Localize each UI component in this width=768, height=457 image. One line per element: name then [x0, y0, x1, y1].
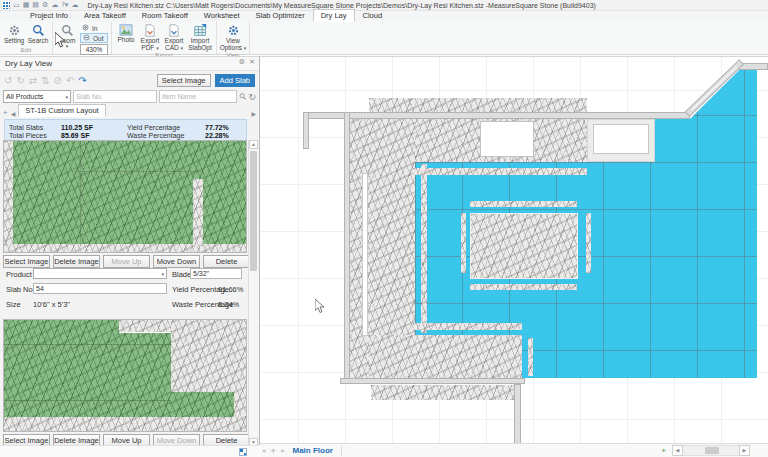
open-folder-icon[interactable]: ▦: [23, 2, 30, 9]
zoom-icon: [61, 24, 74, 37]
chevron-down-icon: ▾: [65, 95, 68, 99]
zoom-in-button[interactable]: In: [80, 24, 108, 32]
slab2-used-area-2: [171, 392, 234, 417]
add-slab-button[interactable]: Add Slab: [215, 74, 255, 87]
ban-icon[interactable]: ⊘: [54, 75, 62, 87]
layout-tab[interactable]: ST-1B Custom Layout: [18, 104, 105, 117]
product-filter-select[interactable]: All Products ▾: [3, 90, 71, 103]
panel-close-icon[interactable]: ✕: [249, 58, 255, 66]
island-edge-left: [461, 213, 466, 273]
tab-project-info[interactable]: Project Info: [22, 9, 76, 22]
horizontal-scrollbar-track[interactable]: [683, 445, 739, 456]
blade-width-input[interactable]: [190, 268, 242, 279]
horizontal-scrollbar[interactable]: + ◀ ▶: [661, 445, 750, 456]
slab-image-2[interactable]: [3, 319, 247, 432]
export-pdf-button[interactable]: Export PDF ▾: [139, 23, 161, 51]
select-image-button-top[interactable]: Select Image: [157, 74, 211, 87]
search-button[interactable]: Search: [27, 23, 49, 44]
export-cad-label-1: Export: [165, 37, 184, 44]
rotate-right-icon[interactable]: ↻: [16, 75, 24, 87]
slab-no-filter-input[interactable]: [73, 90, 157, 103]
yield-label: Yield Percentage: [127, 124, 205, 131]
island-slab[interactable]: [470, 213, 578, 279]
next-layout-icon[interactable]: ▶: [251, 110, 256, 117]
panel-bottom-strip: [0, 445, 259, 457]
wall-top-left-stub: [303, 112, 309, 149]
scroll-left-icon[interactable]: ◀: [672, 445, 683, 456]
sync-icon[interactable]: ☁: [51, 2, 58, 9]
horizontal-scrollbar-thumb[interactable]: [705, 447, 719, 454]
rotate-left-icon[interactable]: ↺: [4, 75, 12, 87]
zoom-plus-icon[interactable]: +: [661, 446, 666, 455]
floor-nav-first-icon[interactable]: «: [262, 447, 266, 455]
print-icon[interactable]: ⚙: [42, 2, 48, 9]
tab-worksheet[interactable]: Worksheet: [196, 9, 248, 22]
floor-tile-area-upper: [655, 119, 757, 162]
export-pdf-label-1: Export: [141, 37, 160, 44]
export-cad-button[interactable]: Export CAD ▾: [163, 23, 185, 51]
slab1-delete-button[interactable]: Delete: [203, 255, 250, 268]
refresh-icon[interactable]: ↻: [248, 91, 256, 103]
flip-vertical-icon[interactable]: ⇅: [41, 75, 49, 87]
slab1-move-down-button[interactable]: Move Down: [153, 255, 200, 268]
product-select[interactable]: ▾: [33, 268, 167, 279]
redo-icon[interactable]: ↷: [78, 75, 86, 87]
help-icon[interactable]: ?▾: [61, 2, 68, 9]
slab-no-input[interactable]: [33, 283, 167, 294]
waste-label: Waste Percentage: [127, 132, 205, 139]
cloud-icon[interactable]: ☁: [71, 2, 78, 9]
scroll-up-icon[interactable]: ▲: [249, 140, 258, 149]
floor-nav-next-icon[interactable]: »: [280, 447, 284, 455]
tab-cloud[interactable]: Cloud: [355, 9, 391, 22]
counter-bottom-run[interactable]: [369, 335, 522, 379]
ribbon-group-export: Photo Export PDF ▾ Export CAD ▾ Import S…: [112, 22, 217, 54]
slab1-move-up-button[interactable]: Move Up: [103, 255, 150, 268]
floor-add-icon[interactable]: +: [270, 447, 276, 455]
search-filter-icon[interactable]: [239, 92, 247, 101]
undo-icon[interactable]: ↶: [66, 75, 74, 87]
prev-layout-icon[interactable]: ◀: [11, 110, 16, 117]
new-file-icon[interactable]: ▭: [13, 2, 20, 9]
mouse-cursor-canvas: [315, 299, 326, 314]
import-slabopt-button[interactable]: Import SlabOpt: [187, 23, 213, 51]
panel-toolbar: ↺ ↻ ⇄ ⇅ ⊘ ↶ ↷ Select Image Add Slab: [0, 71, 259, 90]
flip-horizontal-icon[interactable]: ⇄: [29, 75, 37, 87]
waste-value: 22.28%: [205, 132, 242, 139]
counter-outside-band[interactable]: [371, 385, 520, 400]
slab1-select-image-button[interactable]: Select Image: [3, 255, 50, 268]
panel-grid-icon[interactable]: [239, 448, 247, 456]
tab-area-takeoff[interactable]: Area Takeoff: [76, 9, 134, 22]
ribbon-tab-bar: Project Info Area Takeoff Room Takeoff W…: [0, 11, 768, 22]
save-icon[interactable]: ▤: [32, 2, 39, 9]
tab-room-takeoff[interactable]: Room Takeoff: [134, 9, 196, 22]
tab-dry-lay[interactable]: Dry Lay: [313, 9, 355, 22]
application-window: ▭ ▦ ▤ ⚙ ☁ ?▾ ☁ Dry-Lay Resi Kitchen.stz …: [0, 0, 768, 457]
slab-no-label: Slab No.: [6, 285, 35, 294]
photo-button[interactable]: Photo: [115, 23, 137, 43]
ribbon-group-view: View Options ▾ View: [217, 22, 250, 54]
item-name-filter-input[interactable]: [159, 90, 237, 103]
zoom-button[interactable]: Zoom ▾: [56, 23, 78, 48]
wall-bottom-vertical: [514, 384, 521, 443]
slab-image-1[interactable]: [3, 140, 247, 253]
tab-slab-optimizer[interactable]: Slab Optimizer: [248, 9, 313, 22]
panel-scrollbar-thumb[interactable]: [250, 151, 257, 271]
wall-left: [344, 112, 350, 382]
window-title: Dry-Lay Resi Kitchen.stz C:\Users\Matt R…: [87, 2, 595, 9]
setting-button[interactable]: Setting: [3, 23, 25, 44]
zoom-out-button[interactable]: Out: [80, 33, 108, 43]
floor-tab-main[interactable]: Main Floor: [292, 446, 341, 455]
zoom-level-value[interactable]: 430%: [80, 44, 108, 55]
add-layout-icon[interactable]: +: [3, 108, 8, 117]
slab1-delete-image-button[interactable]: Delete Image: [53, 255, 100, 268]
import-slabopt-label-2: SlabOpt: [188, 44, 212, 51]
panel-settings-icon[interactable]: ⚙: [239, 58, 245, 66]
export-pdf-label-2: PDF ▾: [141, 44, 158, 51]
view-options-button[interactable]: View Options ▾: [220, 23, 246, 51]
export-cad-icon: [168, 24, 180, 37]
floor-plan-canvas[interactable]: [260, 56, 768, 443]
backsplash-strip-top: [413, 168, 587, 175]
scroll-right-icon[interactable]: ▶: [739, 445, 750, 456]
panel-scrollbar[interactable]: ▲ ▼: [248, 140, 258, 447]
slab1-seam-line-2: [80, 141, 81, 246]
